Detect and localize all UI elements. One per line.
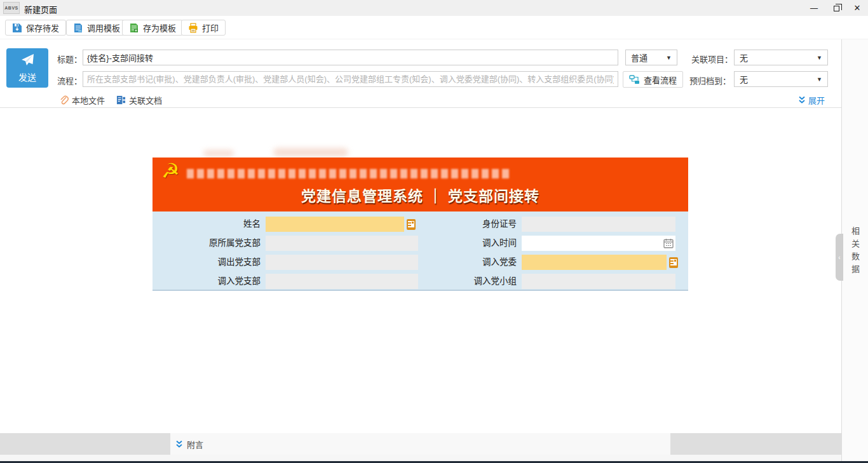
calendar-icon[interactable]: [663, 238, 674, 248]
restore-icon: [834, 6, 839, 11]
window-bottom-padding: [0, 455, 868, 461]
toolbar-button-label: 保存待发: [26, 22, 59, 34]
form-banner: ☭ 党建信息管理系统 ｜ 党支部间接转: [153, 158, 688, 211]
title-input[interactable]: [83, 50, 618, 65]
transfer-in-committee-input[interactable]: [522, 255, 667, 270]
print-button[interactable]: 打印: [181, 20, 226, 36]
toolbar-button-label: 打印: [202, 22, 219, 34]
original-branch-input: [266, 236, 418, 251]
related-data-panel: 相关数据 ‹: [841, 39, 868, 461]
toolbar-button-label: 调用模板: [87, 22, 120, 34]
postscript-label: 附言: [187, 438, 203, 450]
id-number-input: [522, 217, 675, 232]
field-label-transfer-in-committee: 调入党委: [421, 255, 517, 270]
transfer-in-group-input: [522, 274, 675, 289]
save-pending-button[interactable]: 保存待发: [5, 20, 66, 36]
close-button[interactable]: ✕: [846, 0, 868, 16]
transfer-in-time-input[interactable]: [522, 236, 675, 251]
close-icon: ✕: [854, 3, 861, 13]
related-project-label: 关联项目：: [691, 53, 733, 65]
prearchive-select[interactable]: 无 ▼: [734, 71, 828, 87]
load-template-icon: [73, 23, 83, 33]
related-project-value: 无: [740, 51, 748, 64]
prearchive-label: 预归档到：: [689, 74, 731, 86]
panel-collapse-handle[interactable]: ‹: [836, 234, 843, 281]
flowchart-icon: [629, 75, 640, 84]
field-label-name: 姓名: [165, 217, 261, 232]
committee-picker-icon[interactable]: [669, 257, 678, 268]
minimize-icon: —: [810, 4, 818, 13]
postscript-section[interactable]: 附言: [170, 433, 670, 455]
load-template-button[interactable]: 调用模板: [66, 20, 127, 36]
save-as-template-icon: [129, 23, 139, 33]
restore-button[interactable]: [825, 0, 846, 16]
chevron-down-icon: ▼: [817, 76, 822, 83]
priority-value: 普通: [631, 51, 648, 64]
toolbar-button-label: 存为模板: [143, 22, 176, 34]
send-button[interactable]: 发送: [6, 48, 48, 88]
chevron-down-icon: ▼: [817, 55, 822, 61]
flow-input[interactable]: [83, 71, 618, 87]
flow-field-label: 流程：: [57, 74, 82, 86]
name-input[interactable]: [266, 217, 404, 232]
window-title: 新建页面: [24, 3, 57, 15]
field-label-transfer-in-branch: 调入党支部: [165, 274, 261, 289]
paper-plane-icon: [19, 53, 36, 68]
local-files-label: 本地文件: [72, 94, 105, 106]
local-files-tab[interactable]: 本地文件: [59, 94, 105, 106]
redaction-smudge: [203, 150, 234, 157]
transfer-out-branch-input: [266, 255, 418, 270]
linked-document-icon: [116, 95, 126, 105]
bottom-bar: 附言: [0, 433, 841, 455]
double-chevron-down-icon: [798, 96, 806, 104]
chevron-left-icon: ‹: [838, 254, 840, 261]
save-as-template-button[interactable]: 存为模板: [122, 20, 183, 36]
field-label-id-number: 身份证号: [421, 217, 517, 232]
form-banner-title: 党建信息管理系统 ｜ 党支部间接转: [153, 184, 688, 206]
field-label-transfer-in-group: 调入党小组: [421, 274, 517, 289]
toolbar: 保存待发 调用模板 存为模板: [0, 16, 868, 39]
priority-select[interactable]: 普通 ▼: [625, 50, 677, 65]
double-chevron-down-icon: [175, 440, 183, 448]
field-label-original-branch: 原所属党支部: [165, 236, 261, 251]
related-data-label: 相关数据: [849, 227, 861, 278]
form-body: 姓名 身份证号 原所属党支部 调入时间 调出党支部: [153, 211, 688, 291]
print-icon: [188, 23, 198, 33]
save-icon: [12, 23, 22, 33]
document-area: ☭ 党建信息管理系统 ｜ 党支部间接转 姓名 身份证号 原所属党支部 调入时间: [0, 108, 841, 433]
title-field-label: 标题：: [57, 53, 82, 65]
name-picker-icon[interactable]: [407, 219, 416, 230]
expand-toggle[interactable]: 展开: [798, 94, 825, 106]
minimize-button[interactable]: —: [803, 0, 825, 16]
prearchive-value: 无: [740, 73, 748, 85]
chevron-down-icon: ▼: [666, 55, 672, 61]
titlebar: ABVS 新建页面 — ✕: [0, 0, 868, 16]
expand-label: 展开: [808, 94, 825, 106]
related-docs-tab[interactable]: 关联文档: [116, 94, 162, 106]
transfer-in-branch-input: [266, 274, 418, 289]
app-window: ABVS 新建页面 — ✕ 保存待发: [0, 0, 868, 463]
paperclip-icon: [59, 95, 69, 105]
view-flow-label: 查看流程: [644, 74, 677, 86]
party-emblem-icon: ☭: [161, 159, 180, 183]
form-document: ☭ 党建信息管理系统 ｜ 党支部间接转 姓名 身份证号 原所属党支部 调入时间: [153, 158, 688, 291]
related-project-select[interactable]: 无 ▼: [734, 50, 828, 65]
redaction-smudge: [273, 148, 348, 157]
redacted-org-name: [187, 169, 511, 178]
send-label: 发送: [18, 70, 36, 83]
view-flow-button[interactable]: 查看流程: [623, 71, 683, 88]
app-logo: ABVS: [3, 2, 20, 14]
field-label-transfer-out-branch: 调出党支部: [165, 255, 261, 270]
field-label-transfer-in-time: 调入时间: [421, 236, 517, 251]
related-docs-label: 关联文档: [129, 94, 162, 106]
composer-header: 发送 标题： 普通 ▼ 关联项目： 无 ▼ 流程： 查看流程 预归档到： 无: [0, 39, 841, 108]
